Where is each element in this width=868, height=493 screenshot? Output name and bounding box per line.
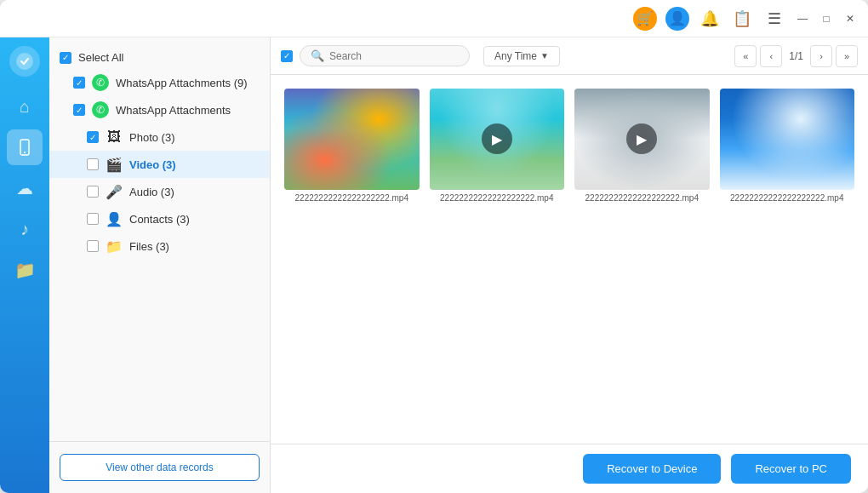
audio-icon: 🎤: [106, 183, 123, 200]
bell-icon[interactable]: 🔔: [698, 7, 722, 31]
titlebar-actions: 🛒 👤 🔔 📋 ☰ — □ ✕: [633, 7, 858, 31]
select-all-checkbox[interactable]: ✓: [60, 52, 71, 64]
svg-point-2: [24, 152, 26, 153]
media-filename: 22222222222222222222.mp4: [574, 193, 710, 203]
tree-footer: View other data records: [49, 441, 270, 493]
nav-device[interactable]: [7, 129, 43, 165]
media-filename: 22222222222222222222.mp4: [720, 193, 855, 203]
content-select-all-checkbox[interactable]: ✓: [281, 50, 293, 62]
media-item: 22222222222222222222.mp4: [284, 89, 420, 203]
minimize-button[interactable]: —: [795, 11, 810, 26]
media-filename: 22222222222222222222.mp4: [430, 193, 565, 203]
media-thumb[interactable]: [284, 89, 420, 190]
play-button[interactable]: ▶: [482, 123, 512, 154]
main-content: ⌂ ☁ ♪ 📁 ✓ Select All ✓: [0, 37, 868, 493]
svg-point-0: [16, 53, 33, 70]
search-icon: 🔍: [311, 49, 324, 62]
search-input[interactable]: [329, 50, 448, 62]
bottom-bar: Recover to Device Recover to PC: [271, 444, 868, 493]
whatsapp-sub-checkbox[interactable]: ✓: [73, 104, 85, 116]
time-filter[interactable]: Any Time ▼: [483, 46, 560, 66]
tree-item-video[interactable]: 🎬 Video (3): [49, 151, 270, 178]
maximize-button[interactable]: □: [819, 11, 834, 26]
media-grid: 22222222222222222222.mp4 ▶ 2222222222222…: [271, 75, 868, 444]
doc-icon[interactable]: 📋: [730, 7, 754, 31]
close-button[interactable]: ✕: [842, 11, 858, 26]
select-all-item[interactable]: ✓ Select All: [49, 46, 270, 69]
media-filename: 22222222222222222222.mp4: [284, 193, 420, 203]
audio-checkbox[interactable]: [87, 186, 99, 198]
tree-item-files[interactable]: 📁 Files (3): [49, 232, 270, 260]
user-icon[interactable]: 👤: [665, 7, 689, 31]
main-window: 🛒 👤 🔔 📋 ☰ — □ ✕ ⌂: [0, 0, 868, 493]
cart-icon[interactable]: 🛒: [633, 7, 657, 31]
tree-item-photo[interactable]: ✓ 🖼 Photo (3): [49, 123, 270, 151]
files-icon: 📁: [106, 238, 123, 255]
media-thumb[interactable]: ▶: [574, 89, 710, 190]
app-logo: [9, 46, 40, 77]
last-page-button[interactable]: »: [836, 45, 858, 67]
tree-item-whatsapp-sub[interactable]: ✓ ✆ WhatsApp Attachments: [49, 96, 270, 123]
chevron-down-icon: ▼: [540, 51, 549, 60]
video-checkbox[interactable]: [87, 158, 99, 170]
media-thumb[interactable]: ▶: [430, 89, 565, 190]
time-filter-label: Any Time: [494, 50, 537, 62]
recover-to-device-button[interactable]: Recover to Device: [583, 454, 721, 484]
nav-music[interactable]: ♪: [7, 211, 43, 247]
media-thumb[interactable]: [720, 89, 855, 190]
menu-icon[interactable]: ☰: [762, 7, 786, 31]
media-item: ▶ 22222222222222222222.mp4: [574, 89, 710, 203]
view-other-records-button[interactable]: View other data records: [60, 454, 260, 481]
left-nav: ⌂ ☁ ♪ 📁: [0, 37, 49, 493]
page-info: 1/1: [785, 50, 807, 62]
content-toolbar: ✓ 🔍 Any Time ▼ « ‹ 1/1 › »: [271, 37, 868, 75]
whatsapp-sub-label: WhatsApp Attachments: [116, 104, 231, 117]
nav-cloud[interactable]: ☁: [7, 170, 43, 206]
first-page-button[interactable]: «: [734, 45, 757, 67]
whatsapp-icon: ✆: [92, 74, 109, 91]
nav-files[interactable]: 📁: [7, 252, 43, 288]
next-page-button[interactable]: ›: [810, 45, 832, 67]
tree-panel: ✓ Select All ✓ ✆ WhatsApp Attachments (9…: [49, 37, 271, 493]
media-item: ▶ 22222222222222222222.mp4: [430, 89, 565, 203]
audio-label: Audio (3): [129, 186, 174, 198]
select-all-label: Select All: [78, 51, 123, 64]
tree-item-contacts[interactable]: 👤 Contacts (3): [49, 205, 270, 232]
contacts-icon: 👤: [106, 210, 123, 227]
play-button[interactable]: ▶: [626, 123, 657, 154]
photo-checkbox[interactable]: ✓: [87, 131, 99, 143]
tree-item-whatsapp-root[interactable]: ✓ ✆ WhatsApp Attachments (9): [49, 69, 270, 96]
contacts-label: Contacts (3): [129, 213, 190, 226]
files-label: Files (3): [129, 240, 169, 253]
tree-item-audio[interactable]: 🎤 Audio (3): [49, 178, 270, 205]
pagination: « ‹ 1/1 › »: [734, 45, 858, 67]
recover-to-pc-button[interactable]: Recover to PC: [731, 454, 851, 484]
titlebar: 🛒 👤 🔔 📋 ☰ — □ ✕: [0, 0, 868, 37]
nav-home[interactable]: ⌂: [7, 89, 43, 124]
files-checkbox[interactable]: [87, 240, 99, 252]
whatsapp-sub-icon: ✆: [92, 101, 109, 118]
content-panel: ✓ 🔍 Any Time ▼ « ‹ 1/1 › »: [271, 37, 868, 493]
prev-page-button[interactable]: ‹: [760, 45, 782, 67]
whatsapp-root-label: WhatsApp Attachments (9): [116, 77, 248, 89]
search-box: 🔍: [300, 45, 470, 66]
photo-label: Photo (3): [129, 131, 174, 144]
video-label: Video (3): [129, 158, 176, 171]
media-item: 22222222222222222222.mp4: [720, 89, 855, 203]
contacts-checkbox[interactable]: [87, 213, 99, 225]
video-icon: 🎬: [106, 156, 123, 173]
photo-icon: 🖼: [106, 129, 123, 146]
tree-content: ✓ Select All ✓ ✆ WhatsApp Attachments (9…: [49, 37, 270, 441]
whatsapp-root-checkbox[interactable]: ✓: [73, 77, 85, 89]
